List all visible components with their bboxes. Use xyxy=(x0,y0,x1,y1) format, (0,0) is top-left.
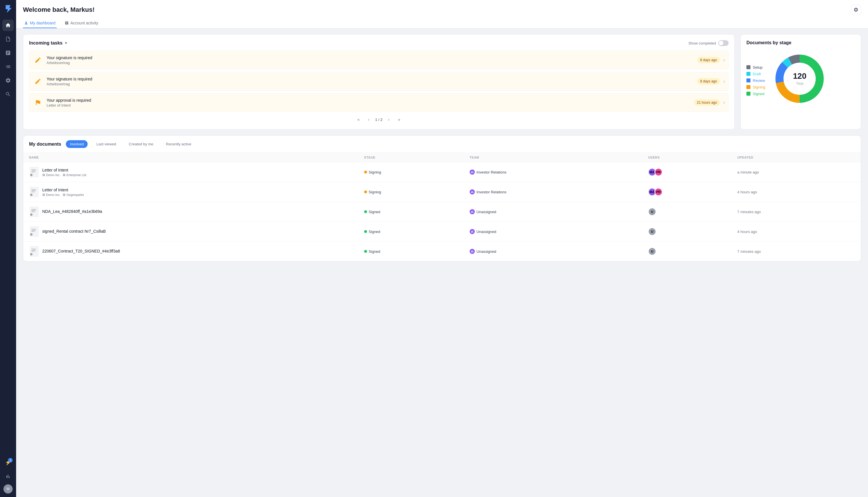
table-row[interactable]: signed_Rental contract Nr7_CsillaB Signe… xyxy=(23,222,861,242)
doc-name-cell: Letter of Intent Demo Inc. Enterprise Lt… xyxy=(23,162,359,182)
next-page-button[interactable]: › xyxy=(385,115,393,124)
team-label: Unassigned xyxy=(477,210,496,214)
prev-page-button[interactable]: ‹ xyxy=(365,115,373,124)
doc-users-cell: MAPR xyxy=(642,182,731,202)
task-chevron-icon[interactable]: › xyxy=(724,57,725,62)
sidebar-item-templates[interactable] xyxy=(2,47,14,59)
donut-center: 120 Total xyxy=(793,72,807,86)
updated-text: 7 minutes ago xyxy=(737,210,761,214)
stage-badge: Signed xyxy=(364,229,458,234)
team-badge: Unassigned xyxy=(470,249,636,254)
tab-last-viewed[interactable]: Last viewed xyxy=(92,140,120,148)
users-cell: MAPR xyxy=(648,168,726,176)
stage-label: Signed xyxy=(369,229,380,234)
team-icon xyxy=(470,189,475,195)
sidebar-item-settings[interactable] xyxy=(2,75,14,86)
doc-name-cell: 220607_Contract_T20_SIGNED_#4e3ff3a8 xyxy=(23,242,359,261)
doc-file-icon xyxy=(29,166,39,178)
users-cell: MAPR xyxy=(648,188,726,196)
legend-dot-draft xyxy=(746,72,751,76)
documents-table: NAME STAGE TEAM USERS UPDATED xyxy=(23,153,861,261)
stage-label: Signed xyxy=(369,250,380,254)
stage-legend: Setup Draft Review Signing xyxy=(746,65,765,96)
tab-my-dashboard[interactable]: My dashboard xyxy=(23,18,57,28)
doc-stage-cell: Signed xyxy=(359,222,464,242)
completed-toggle-switch[interactable] xyxy=(718,40,729,46)
doc-users-cell: U xyxy=(642,242,731,261)
legend-item-setup: Setup xyxy=(746,65,765,70)
table-row[interactable]: Letter of Intent Demo Inc. Gegenpartei S… xyxy=(23,182,861,202)
task-chevron-icon[interactable]: › xyxy=(724,79,725,84)
task-info: Your signature is required Arbeitsvertra… xyxy=(46,55,694,65)
tab-created-by-me[interactable]: Created by me xyxy=(125,140,157,148)
user-avatar[interactable]: M xyxy=(3,484,13,494)
col-name: NAME xyxy=(23,153,359,162)
sidebar-item-list[interactable] xyxy=(2,61,14,72)
doc-name-info: 220607_Contract_T20_SIGNED_#4e3ff3a8 xyxy=(42,249,120,254)
updated-text: a minute ago xyxy=(737,170,759,174)
svg-point-17 xyxy=(30,233,32,236)
team-badge: Investor Relations xyxy=(470,170,636,175)
task-item: Your signature is required Arbeitsvertra… xyxy=(29,72,729,91)
page-info: 1 / 2 xyxy=(375,117,382,122)
task-pagination: « ‹ 1 / 2 › » xyxy=(29,115,729,124)
doc-team-cell: Unassigned xyxy=(464,202,642,222)
task-chevron-icon[interactable]: › xyxy=(724,100,725,105)
updated-text: 4 hours ago xyxy=(737,229,757,234)
tab-recently-active[interactable]: Recently active xyxy=(162,140,195,148)
tab-account-activity[interactable]: Account activity xyxy=(64,18,99,28)
table-row[interactable]: NDA_Lea_#482840ff_#a1e3b69a Signed Unass… xyxy=(23,202,861,222)
table-row[interactable]: Letter of Intent Demo Inc. Enterprise Lt… xyxy=(23,162,861,182)
legend-item-signing: Signing xyxy=(746,85,765,89)
documents-title: My documents xyxy=(29,142,61,147)
documents-header: My documents Involved Last viewed Create… xyxy=(23,136,861,153)
doc-updated-cell: a minute ago xyxy=(731,162,861,182)
doc-updated-cell: 4 hours ago xyxy=(731,222,861,242)
sidebar-item-documents[interactable] xyxy=(2,33,14,45)
stage-label: Signed xyxy=(369,210,380,214)
task-badge: 8 days ago xyxy=(697,78,720,84)
content-area: Incoming tasks ▼ Show completed xyxy=(16,28,868,497)
stage-dot xyxy=(364,171,367,173)
page-header: Welcome back, Markus! My dashboard Accou… xyxy=(16,0,868,28)
doc-users-cell: U xyxy=(642,202,731,222)
task-approval-icon xyxy=(33,97,43,108)
party-tag: Enterprise Ltd. xyxy=(62,173,87,177)
doc-name: 220607_Contract_T20_SIGNED_#4e3ff3a8 xyxy=(42,249,120,253)
task-item: Your approval is required Letter of Inte… xyxy=(29,93,729,112)
team-label: Investor Relations xyxy=(477,170,506,174)
table-header-row: NAME STAGE TEAM USERS UPDATED xyxy=(23,153,861,162)
page-title: Welcome back, Markus! xyxy=(23,6,95,14)
sidebar-item-home[interactable] xyxy=(2,19,14,31)
updated-text: 7 minutes ago xyxy=(737,250,761,254)
doc-stage-cell: Signed xyxy=(359,202,464,222)
top-row: Incoming tasks ▼ Show completed xyxy=(23,34,861,130)
stage-dot xyxy=(364,230,367,233)
doc-name-info: Letter of Intent Demo Inc. Gegenpartei xyxy=(42,188,84,197)
legend-item-draft: Draft xyxy=(746,72,765,76)
sidebar-item-search[interactable] xyxy=(2,88,14,100)
last-page-button[interactable]: » xyxy=(395,115,403,124)
team-icon xyxy=(470,209,475,214)
col-stage: STAGE xyxy=(359,153,464,162)
settings-button[interactable] xyxy=(851,4,861,15)
doc-name-cell: NDA_Lea_#482840ff_#a1e3b69a xyxy=(23,202,359,222)
svg-point-8 xyxy=(30,174,32,176)
users-cell: U xyxy=(648,247,726,255)
legend-dot-signing xyxy=(746,85,751,89)
task-list: Your signature is required Arbeitsvertra… xyxy=(29,51,729,112)
task-badge: 8 days ago xyxy=(697,57,720,63)
stage-badge: Signing xyxy=(364,170,458,174)
doc-team-cell: Investor Relations xyxy=(464,162,642,182)
table-row[interactable]: 220607_Contract_T20_SIGNED_#4e3ff3a8 Sig… xyxy=(23,242,861,261)
doc-name-info: signed_Rental contract Nr7_CsillaB xyxy=(42,229,106,235)
sidebar-item-analytics[interactable] xyxy=(2,471,14,482)
app-logo[interactable] xyxy=(3,3,13,14)
stage-card-title: Documents by stage xyxy=(746,40,855,45)
tasks-dropdown-icon[interactable]: ▼ xyxy=(64,41,68,45)
first-page-button[interactable]: « xyxy=(354,115,362,124)
tab-involved[interactable]: Involved xyxy=(66,140,88,148)
doc-users-cell: MAPR xyxy=(642,162,731,182)
task-signature-icon xyxy=(33,76,43,86)
sidebar-item-notifications[interactable]: ⚡ 1 xyxy=(2,457,14,468)
